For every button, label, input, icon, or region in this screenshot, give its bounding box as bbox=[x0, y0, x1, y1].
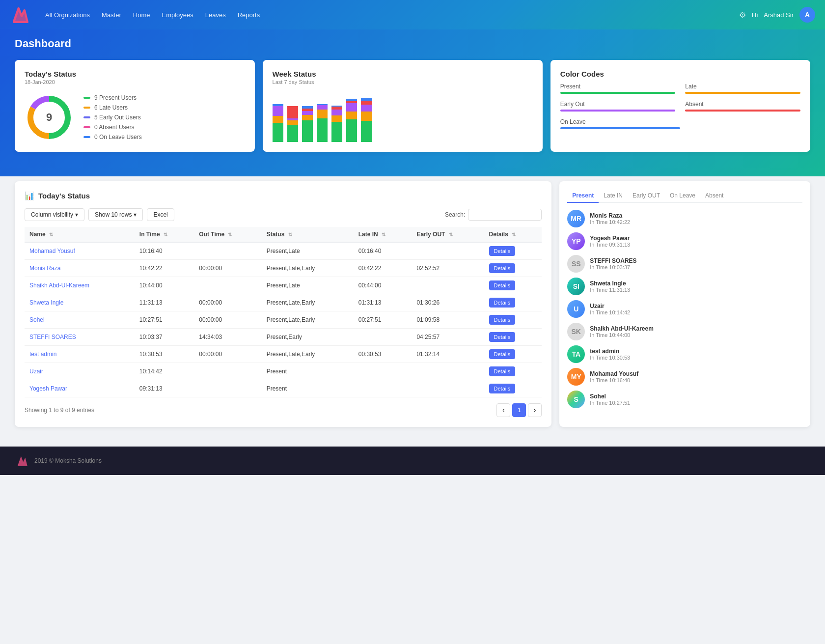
nav-reports[interactable]: Reports bbox=[238, 8, 260, 22]
cell-late-in bbox=[354, 380, 412, 397]
side-user-time: In Time 10:14:42 bbox=[590, 309, 630, 315]
side-user-name: Shaikh Abd-Ul-Kareem bbox=[590, 325, 654, 332]
cell-out-time: 00:00:00 bbox=[194, 294, 261, 311]
cell-status: Present bbox=[262, 380, 354, 397]
cell-out-time: 00:00:00 bbox=[194, 346, 261, 363]
side-user-name: test admin bbox=[590, 348, 630, 355]
details-btn[interactable]: Details bbox=[489, 384, 516, 393]
top-header: Dashboard Today's Status 18-Jan-2020 9 bbox=[0, 29, 825, 176]
nav-username: Arshad Sir bbox=[764, 11, 794, 19]
donut-center: 9 bbox=[46, 111, 52, 124]
cell-details: Details bbox=[484, 242, 542, 260]
details-btn[interactable]: Details bbox=[489, 280, 516, 290]
cell-out-time bbox=[194, 277, 261, 294]
show-rows-btn[interactable]: Show 10 rows ▾ bbox=[88, 208, 143, 221]
bar-group bbox=[317, 98, 328, 142]
details-btn[interactable]: Details bbox=[489, 315, 516, 325]
cell-status: Present,Late,Early bbox=[262, 311, 354, 329]
side-user-info: STEFFI SOARESIn Time 10:03:37 bbox=[590, 257, 636, 270]
col-details[interactable]: Details ⇅ bbox=[484, 227, 542, 242]
prev-page-btn[interactable]: ‹ bbox=[496, 403, 510, 417]
details-btn[interactable]: Details bbox=[489, 366, 516, 376]
color-codes-grid: Present Late Early Out Absent On Leave bbox=[560, 83, 800, 129]
side-user-name: STEFFI SOARES bbox=[590, 257, 636, 264]
details-btn[interactable]: Details bbox=[489, 263, 516, 273]
col-status[interactable]: Status ⇅ bbox=[262, 227, 354, 242]
side-tab-present[interactable]: Present bbox=[567, 189, 599, 203]
cc-absent: Absent bbox=[685, 101, 800, 112]
next-page-btn[interactable]: › bbox=[528, 403, 542, 417]
column-visibility-btn[interactable]: Column visibility ▾ bbox=[25, 208, 84, 221]
details-btn[interactable]: Details bbox=[489, 332, 516, 342]
nav-leaves[interactable]: Leaves bbox=[205, 8, 226, 22]
week-status-subtitle: Last 7 day Status bbox=[273, 79, 533, 85]
legend-absent: 0 Absent Users bbox=[83, 124, 142, 131]
cell-early-out: 01:30:26 bbox=[412, 294, 484, 311]
week-status-title: Week Status bbox=[273, 70, 533, 78]
search-input[interactable] bbox=[468, 209, 542, 221]
cell-out-time: 00:00:00 bbox=[194, 311, 261, 329]
cell-in-time: 10:44:00 bbox=[135, 277, 194, 294]
search-label: Search: bbox=[445, 211, 465, 218]
settings-icon[interactable]: ⚙ bbox=[739, 10, 746, 20]
side-list-item: MYMohamad YousufIn Time 10:16:40 bbox=[567, 368, 802, 386]
col-late-in[interactable]: Late IN ⇅ bbox=[354, 227, 412, 242]
table-header-row: Name ⇅ In Time ⇅ Out Time ⇅ Status ⇅ Lat… bbox=[25, 227, 542, 242]
today-status-title: Today's Status bbox=[25, 70, 245, 78]
side-user-info: Mohamad YousufIn Time 10:16:40 bbox=[590, 370, 638, 383]
today-status-subtitle: 18-Jan-2020 bbox=[25, 79, 245, 85]
avatar: MY bbox=[567, 368, 585, 386]
donut-chart: 9 bbox=[25, 93, 74, 142]
bar-chart bbox=[273, 93, 533, 142]
details-btn[interactable]: Details bbox=[489, 246, 516, 256]
side-tab-late-in[interactable]: Late IN bbox=[599, 189, 628, 203]
col-out-time[interactable]: Out Time ⇅ bbox=[194, 227, 261, 242]
cell-in-time: 09:31:13 bbox=[135, 380, 194, 397]
cc-late: Late bbox=[685, 83, 800, 94]
svg-marker-5 bbox=[18, 456, 28, 466]
nav-all-orgs[interactable]: All Orgnizations bbox=[45, 8, 90, 22]
page-1-btn[interactable]: 1 bbox=[512, 403, 526, 417]
avatar: SK bbox=[567, 323, 585, 340]
excel-btn[interactable]: Excel bbox=[147, 208, 174, 221]
details-btn[interactable]: Details bbox=[489, 349, 516, 359]
cell-status: Present,Late,Early bbox=[262, 260, 354, 277]
data-table: Name ⇅ In Time ⇅ Out Time ⇅ Status ⇅ Lat… bbox=[25, 227, 542, 397]
nav-master[interactable]: Master bbox=[102, 8, 121, 22]
cell-details: Details bbox=[484, 294, 542, 311]
nav-greeting: Hi bbox=[752, 11, 758, 19]
side-tab-early-out[interactable]: Early OUT bbox=[628, 189, 665, 203]
bar-group bbox=[361, 98, 372, 142]
table-section-title: Today's Status bbox=[38, 192, 90, 200]
col-in-time[interactable]: In Time ⇅ bbox=[135, 227, 194, 242]
cell-late-in bbox=[354, 329, 412, 346]
cell-status: Present bbox=[262, 363, 354, 380]
legend-early-out: 5 Early Out Users bbox=[83, 114, 142, 121]
cell-status: Present,Late,Early bbox=[262, 294, 354, 311]
side-tab-on-leave[interactable]: On Leave bbox=[665, 189, 700, 203]
side-user-time: In Time 10:30:53 bbox=[590, 355, 630, 361]
cell-early-out: 01:09:58 bbox=[412, 311, 484, 329]
side-user-name: Shweta Ingle bbox=[590, 280, 630, 287]
nav-employees[interactable]: Employees bbox=[162, 8, 193, 22]
cell-in-time: 10:42:22 bbox=[135, 260, 194, 277]
table-footer: Showing 1 to 9 of 9 entries ‹ 1 › bbox=[25, 403, 542, 417]
avatar: SI bbox=[567, 278, 585, 295]
dropdown-icon: ▾ bbox=[75, 211, 78, 218]
cell-in-time: 10:16:40 bbox=[135, 242, 194, 260]
details-btn[interactable]: Details bbox=[489, 298, 516, 308]
col-early-out[interactable]: Early OUT ⇅ bbox=[412, 227, 484, 242]
col-name[interactable]: Name ⇅ bbox=[25, 227, 135, 242]
cell-details: Details bbox=[484, 260, 542, 277]
table-section-header: 📊 Today's Status bbox=[25, 191, 542, 200]
table-card: 📊 Today's Status Column visibility ▾ Sho… bbox=[15, 181, 551, 427]
nav-avatar[interactable]: A bbox=[799, 7, 815, 23]
side-tab-absent[interactable]: Absent bbox=[700, 189, 728, 203]
cell-status: Present,Late bbox=[262, 242, 354, 260]
side-user-info: Yogesh PawarIn Time 09:31:13 bbox=[590, 235, 630, 248]
logo[interactable] bbox=[10, 4, 30, 25]
nav-home[interactable]: Home bbox=[133, 8, 150, 22]
avatar: MR bbox=[567, 210, 585, 227]
cell-name: Yogesh Pawar bbox=[25, 380, 135, 397]
bar-group bbox=[287, 98, 298, 142]
